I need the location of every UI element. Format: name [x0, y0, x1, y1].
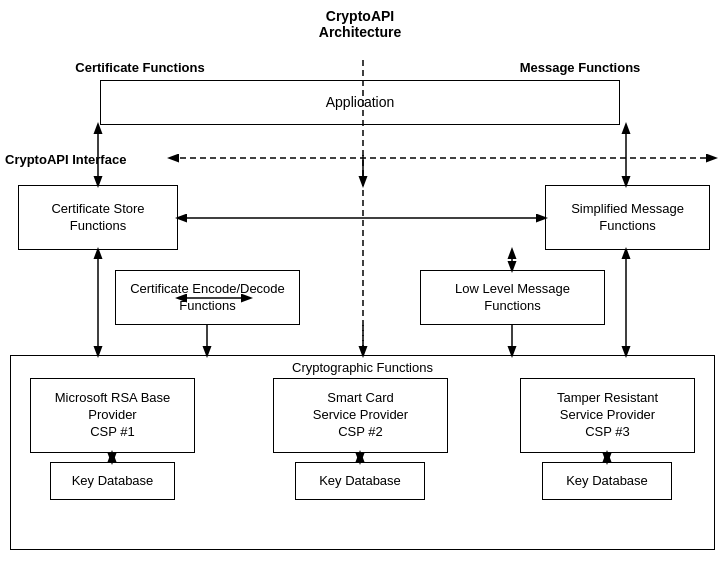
- cert-store-box: Certificate StoreFunctions: [18, 185, 178, 250]
- cert-functions-label: Certificate Functions: [60, 60, 220, 75]
- key-db3-box: Key Database: [542, 462, 672, 500]
- msg-functions-label: Message Functions: [490, 60, 670, 75]
- cert-store-label: Certificate StoreFunctions: [51, 201, 144, 235]
- key-db2-label: Key Database: [319, 473, 401, 490]
- application-box: Application: [100, 80, 620, 125]
- smart-card-box: Smart CardService ProviderCSP #2: [273, 378, 448, 453]
- title-label: CryptoAPIArchitecture: [280, 8, 440, 40]
- crypto-functions-label: Cryptographic Functions: [270, 360, 455, 375]
- low-level-msg-box: Low Level MessageFunctions: [420, 270, 605, 325]
- key-db3-label: Key Database: [566, 473, 648, 490]
- rsa-base-label: Microsoft RSA BaseProviderCSP #1: [55, 390, 171, 441]
- smart-card-label: Smart CardService ProviderCSP #2: [313, 390, 408, 441]
- application-label: Application: [326, 93, 395, 111]
- diagram: CryptoAPIArchitecture Certificate Functi…: [0, 0, 727, 564]
- simplified-msg-label: Simplified MessageFunctions: [571, 201, 684, 235]
- low-level-msg-label: Low Level MessageFunctions: [455, 281, 570, 315]
- rsa-base-box: Microsoft RSA BaseProviderCSP #1: [30, 378, 195, 453]
- key-db1-box: Key Database: [50, 462, 175, 500]
- tamper-box: Tamper ResistantService ProviderCSP #3: [520, 378, 695, 453]
- tamper-label: Tamper ResistantService ProviderCSP #3: [557, 390, 658, 441]
- simplified-msg-box: Simplified MessageFunctions: [545, 185, 710, 250]
- cert-encode-box: Certificate Encode/DecodeFunctions: [115, 270, 300, 325]
- key-db2-box: Key Database: [295, 462, 425, 500]
- cert-encode-label: Certificate Encode/DecodeFunctions: [130, 281, 285, 315]
- key-db1-label: Key Database: [72, 473, 154, 490]
- cryptoapi-interface-label: CryptoAPI Interface: [5, 152, 170, 167]
